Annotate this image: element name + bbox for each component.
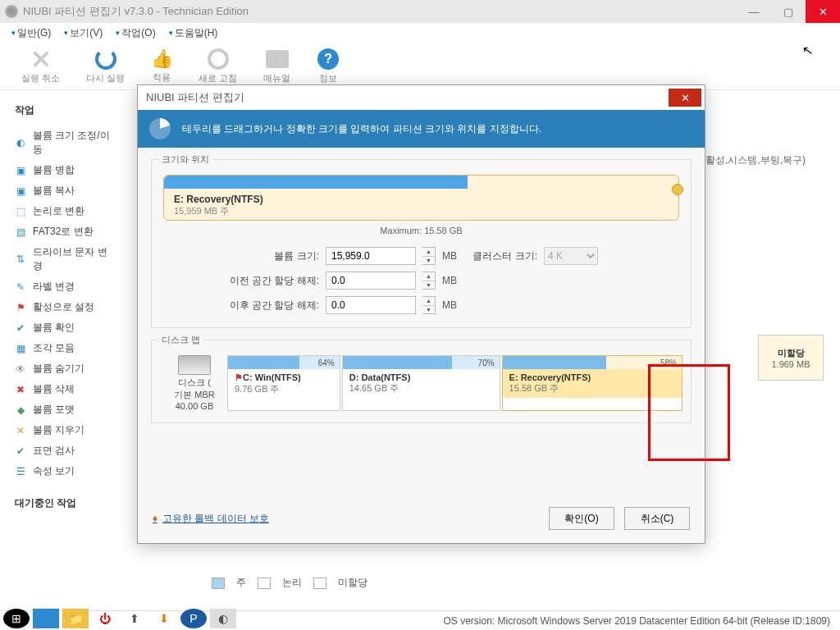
bg-partition-flags: 활성,시스템,부팅,복구) — [705, 153, 806, 167]
sidebar-icon: ◐ — [15, 137, 26, 148]
disk-map-partition-0[interactable]: 64%⚑C: Win(NTFS)9.76 GB 주 — [227, 355, 340, 411]
volume-size-input[interactable] — [326, 247, 416, 265]
disk-map-partition-2[interactable]: 58%E: Recovery(NTFS)15.58 GB 주 — [502, 355, 682, 411]
sidebar-item-1[interactable]: ▣볼륨 병합 — [15, 160, 116, 180]
dialog-footer: ♦ 고유한 롤백 데이터 보호 확인(O) 취소(C) — [138, 507, 705, 530]
status-os: OS version: Microsoft Windows Server 201… — [443, 615, 830, 627]
manual-button[interactable]: 매뉴얼 — [263, 48, 290, 84]
task-icon-4[interactable]: ⬆ — [121, 609, 148, 628]
sidebar-icon: ✔ — [15, 445, 26, 457]
task-icon-6[interactable]: P — [180, 609, 207, 628]
refresh-icon — [208, 48, 229, 70]
sidebar-item-5[interactable]: ⇅드라이브 문자 변경 — [15, 242, 116, 276]
close-button[interactable]: ✕ — [806, 0, 840, 23]
sidebar-icon: ☰ — [15, 466, 26, 477]
task-icon-1[interactable] — [33, 609, 59, 628]
sidebar-icon: ⚑ — [15, 302, 26, 313]
sidebar-item-6[interactable]: ✎라벨 변경 — [15, 276, 116, 297]
sidebar-item-15[interactable]: ☰속성 보기 — [15, 461, 116, 482]
menu-ops[interactable]: ▾작업(O) — [116, 26, 155, 40]
dialog-titlebar: NIUBI 파티션 편집기 ✕ — [138, 85, 705, 110]
titlebar: NIUBI 파티션 편집기 v7.3.0 - Technician Editio… — [0, 0, 840, 23]
refresh-button[interactable]: 새로 고침 — [199, 48, 237, 84]
manual-icon — [266, 50, 289, 68]
sidebar-icon: ✔ — [15, 322, 26, 334]
sidebar-icon: ⬚ — [15, 206, 26, 217]
apply-button[interactable]: 적용 — [151, 48, 172, 84]
disk-header[interactable]: 디스크 ( 기본 MBR 40.00 GB — [163, 355, 226, 411]
sidebar-icon: ▤ — [15, 226, 26, 238]
cancel-button[interactable]: 취소(C) — [624, 507, 690, 530]
sidebar-icon: ▣ — [15, 185, 26, 197]
undo-icon — [30, 48, 52, 71]
partition-slider[interactable]: E: Recovery(NTFS)15,959 MB 주 — [163, 175, 679, 221]
dialog-close-button[interactable]: ✕ — [669, 89, 701, 107]
cluster-size-select: 4 K — [544, 247, 598, 265]
task-app-niubi[interactable]: ◐ — [210, 609, 236, 628]
app-icon — [5, 5, 18, 18]
space-after-spinner[interactable]: ▲▼ — [422, 296, 436, 314]
sidebar-item-3[interactable]: ⬚논리로 변환 — [15, 201, 116, 221]
space-after-input[interactable] — [326, 296, 416, 314]
menu-general[interactable]: ▾일반(G) — [11, 26, 51, 40]
volume-size-spinner[interactable]: ▲▼ — [422, 247, 436, 265]
menu-view[interactable]: ▾보기(V) — [64, 26, 103, 40]
sidebar-item-8[interactable]: ✔볼륨 확인 — [15, 317, 116, 338]
swatch-unalloc — [313, 578, 326, 589]
sidebar-ops-title: 작업 — [15, 103, 116, 117]
swatch-primary — [212, 578, 225, 589]
pie-icon — [149, 118, 171, 139]
dialog-banner: 테두리를 드래그하거나 정확한 크기를 입력하여 파티션 크기와 위치를 지정합… — [138, 110, 705, 148]
ok-button[interactable]: 확인(O) — [549, 507, 614, 530]
fire-icon: ♦ — [153, 513, 158, 524]
redo-button[interactable]: 다시 실행 — [86, 48, 125, 84]
slider-handle-right[interactable] — [672, 184, 683, 195]
hdd-icon — [178, 355, 211, 375]
apply-icon — [151, 48, 172, 70]
sidebar-item-7[interactable]: ⚑활성으로 설정 — [15, 297, 116, 317]
sidebar-item-10[interactable]: 👁볼륨 숨기기 — [15, 358, 116, 379]
task-icon-2[interactable]: 📁 — [62, 609, 89, 628]
sidebar-icon: 👁 — [15, 363, 26, 375]
sidebar-item-9[interactable]: ▦조각 모음 — [15, 338, 116, 358]
start-icon[interactable]: ⊞ — [3, 609, 30, 628]
rollback-link[interactable]: ♦ 고유한 롤백 데이터 보호 — [153, 512, 269, 526]
space-before-input[interactable] — [326, 272, 416, 290]
sidebar-icon: ✖ — [15, 384, 26, 395]
task-icon-5[interactable]: ⬇ — [151, 609, 177, 628]
task-icon-3[interactable]: ⏻ — [92, 609, 118, 628]
sidebar-item-4[interactable]: ▤FAT32로 변환 — [15, 221, 116, 242]
swatch-logical — [258, 578, 271, 589]
sidebar: 작업 ◐볼륨 크기 조정/이동▣볼륨 병합▣볼륨 복사⬚논리로 변환▤FAT32… — [0, 92, 131, 525]
sidebar-item-0[interactable]: ◐볼륨 크기 조정/이동 — [15, 126, 116, 160]
slider-max-label: Maximum: 15.58 GB — [163, 226, 679, 235]
menu-bar: ▾일반(G) ▾보기(V) ▾작업(O) ▾도움말(H) — [0, 23, 840, 43]
sidebar-item-13[interactable]: ✕볼륨 지우기 — [15, 420, 116, 441]
info-button[interactable]: ?정보 — [317, 48, 340, 84]
window-buttons: — ▢ ✕ — [737, 0, 840, 23]
sidebar-icon: ◆ — [15, 404, 26, 416]
dialog-title: NIUBI 파티션 편집기 — [146, 90, 244, 105]
redo-icon — [95, 48, 116, 70]
resize-dialog: NIUBI 파티션 편집기 ✕ 테두리를 드래그하거나 정확한 크기를 입력하여… — [137, 84, 705, 544]
menu-help[interactable]: ▾도움말(H) — [169, 26, 218, 40]
maximize-button[interactable]: ▢ — [771, 0, 806, 23]
undo-button[interactable]: 실행 취소 — [21, 48, 60, 84]
sidebar-icon: ✎ — [15, 281, 26, 293]
sidebar-item-11[interactable]: ✖볼륨 삭제 — [15, 379, 116, 399]
info-icon: ? — [317, 48, 339, 70]
sidebar-pending-title: 대기중인 작업 — [15, 496, 116, 510]
sidebar-item-2[interactable]: ▣볼륨 복사 — [15, 180, 116, 201]
size-position-group: 크기와 위치 E: Recovery(NTFS)15,959 MB 주 Maxi… — [151, 159, 692, 328]
minimize-button[interactable]: — — [737, 0, 771, 23]
space-before-spinner[interactable]: ▲▼ — [422, 272, 436, 290]
sidebar-icon: ⇅ — [15, 253, 26, 265]
sidebar-item-12[interactable]: ◆볼륨 포맷 — [15, 399, 116, 420]
window-title: NIUBI 파티션 편집기 v7.3.0 - Technician Editio… — [23, 4, 249, 19]
bg-unallocated-partition[interactable]: 미할당 1.969 MB — [758, 335, 824, 381]
legend: 주 논리 미할당 — [212, 576, 368, 590]
sidebar-icon: ▦ — [15, 343, 26, 354]
sidebar-item-14[interactable]: ✔표면 검사 — [15, 441, 116, 461]
taskbar: ⊞ 📁 ⏻ ⬆ ⬇ P ◐ — [0, 607, 236, 630]
disk-map-partition-1[interactable]: 70%D: Data(NTFS)14.65 GB 주 — [342, 355, 500, 411]
